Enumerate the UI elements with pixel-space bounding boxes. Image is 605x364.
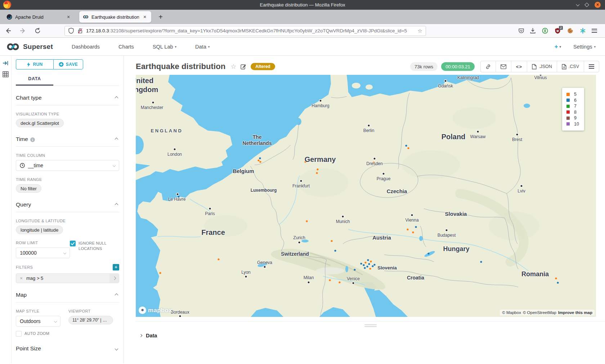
firefox-logo-icon — [3, 1, 11, 9]
altered-badge[interactable]: Altered — [251, 63, 275, 70]
row-limit-select[interactable]: 100000 — [16, 247, 70, 258]
earthquake-point — [339, 281, 340, 283]
section-header-map[interactable]: Map — [16, 292, 119, 302]
browser-tab-superset[interactable]: Earthquake distribution × — [79, 11, 151, 23]
nav-item-data[interactable]: Data▾ — [195, 44, 210, 50]
run-button[interactable]: RUN — [16, 59, 53, 69]
earthquake-point — [316, 172, 318, 174]
attribution-mapbox-link[interactable]: © Mapbox — [502, 310, 521, 315]
browser-tab-druid[interactable]: Apache Druid × — [3, 11, 75, 23]
mapbox-logo[interactable]: ✹ mapbox — [139, 306, 172, 314]
pocket-icon[interactable] — [518, 28, 524, 34]
chevron-down-icon: ▾ — [208, 45, 210, 49]
lonlat-label: LONGITUDE & LATITUDE — [16, 219, 119, 223]
viewport-value[interactable]: 11° 28' 29.70" | 50... — [68, 316, 113, 324]
url-text: 172.18.0.3:32108/superset/explore/?form_… — [86, 28, 416, 33]
download-icon[interactable] — [530, 28, 536, 34]
cookie-extension-icon[interactable] — [566, 27, 574, 35]
extension-green-icon[interactable] — [541, 27, 548, 35]
earthquake-point — [306, 220, 308, 222]
edit-icon[interactable] — [241, 64, 246, 69]
embed-code-button[interactable]: <> — [511, 61, 527, 72]
checkbox-checked-icon[interactable] — [70, 241, 76, 246]
add-filter-button[interactable]: + — [113, 264, 119, 270]
viz-type-value[interactable]: deck.gl Scatterplot — [16, 119, 64, 127]
data-panel-toggle[interactable]: Data — [136, 333, 605, 338]
info-icon: i — [30, 137, 35, 142]
checkbox-unchecked-icon[interactable] — [16, 331, 22, 337]
row-count-badge: 73k rows — [410, 62, 438, 71]
reload-icon[interactable] — [35, 28, 41, 34]
tab-close-icon[interactable]: × — [142, 14, 148, 20]
lock-insecure-icon[interactable] — [77, 28, 83, 34]
tab-close-icon[interactable]: × — [66, 14, 71, 20]
remove-filter-icon[interactable]: × — [16, 276, 26, 281]
earthquake-point — [427, 252, 429, 254]
window-minimize-icon[interactable] — [576, 3, 580, 6]
section-header-time[interactable]: Timei — [16, 136, 119, 147]
shield-icon[interactable] — [68, 28, 74, 34]
copy-link-button[interactable] — [481, 61, 496, 72]
section-header-query[interactable]: Query — [16, 201, 119, 212]
chevron-up-icon — [115, 96, 118, 100]
window-close-icon[interactable]: × — [595, 2, 601, 8]
legend-item[interactable]: 6 — [566, 97, 579, 104]
earthquake-point — [415, 226, 417, 228]
map-attribution: © Mapbox © OpenStreetMap Improve this ma… — [500, 310, 595, 315]
auto-zoom-checkbox[interactable]: AUTO ZOOM — [16, 331, 60, 337]
legend-label: 8 — [574, 110, 577, 115]
legend-item[interactable]: 9 — [566, 115, 579, 121]
improve-map-link[interactable]: Improve this map — [558, 310, 592, 315]
extension-shield-icon[interactable]: 2 — [554, 27, 561, 35]
bookmark-star-icon[interactable]: ☆ — [418, 28, 422, 34]
mapbox-circle-icon: ✹ — [139, 306, 146, 314]
export-json-button[interactable]: .JSON — [527, 61, 557, 72]
expand-filter-icon[interactable] — [109, 274, 119, 283]
legend-item[interactable]: 7 — [566, 103, 579, 109]
legend-swatch — [566, 122, 570, 126]
favorite-star-icon[interactable]: ☆ — [230, 63, 236, 70]
chart-menu-button[interactable] — [584, 61, 599, 72]
legend-item[interactable]: 5 — [566, 91, 579, 97]
legend-item[interactable]: 10 — [566, 121, 579, 127]
asterisk-extension-icon[interactable] — [579, 27, 586, 35]
browser-menu-icon[interactable] — [592, 29, 597, 33]
map-style-label: MAP STYLE — [16, 309, 60, 313]
time-range-value[interactable]: No filter — [16, 184, 41, 193]
legend-swatch — [566, 99, 570, 102]
section-header-point-size[interactable]: Point Size — [16, 345, 119, 356]
dataset-grid-icon[interactable] — [3, 71, 9, 77]
filter-chip[interactable]: × mag > 5 — [16, 273, 119, 283]
new-tab-button[interactable]: + — [156, 13, 165, 21]
nav-item-sql-lab[interactable]: SQL Lab▾ — [153, 44, 176, 50]
time-column-select[interactable]: __time — [16, 160, 119, 171]
superset-logo[interactable]: Superset — [6, 42, 53, 51]
earthquake-point — [317, 168, 318, 170]
nav-item-dashboards[interactable]: Dashboards — [72, 44, 100, 50]
pane-drag-handle[interactable] — [364, 324, 377, 327]
earthquake-point — [368, 263, 370, 265]
back-icon[interactable] — [5, 28, 11, 34]
attribution-osm-link[interactable]: © OpenStreetMap — [523, 310, 556, 315]
url-bar[interactable]: 172.18.0.3:32108/superset/explore/?form_… — [64, 26, 426, 36]
legend-item[interactable]: 8 — [566, 109, 579, 115]
tab-data[interactable]: DATA — [16, 76, 53, 86]
lonlat-value[interactable]: longitude | latitude — [16, 226, 63, 234]
left-icon-rail — [0, 56, 12, 363]
map-canvas[interactable]: UnitedKingdomFranceGermanyPolandHungaryR… — [136, 75, 596, 317]
filter-value: mag > 5 — [26, 276, 109, 281]
nav-item-charts[interactable]: Charts — [118, 44, 134, 50]
chevron-down-icon — [115, 347, 118, 350]
window-maximize-icon[interactable] — [584, 3, 589, 7]
forward-icon[interactable] — [20, 28, 26, 34]
expand-panel-icon[interactable] — [3, 60, 9, 66]
file-icon — [532, 64, 537, 69]
add-new-button[interactable]: +▾ — [555, 43, 561, 50]
settings-menu[interactable]: Settings▾ — [573, 44, 596, 50]
export-csv-button[interactable]: .CSV — [557, 61, 584, 72]
ignore-null-checkbox[interactable]: IGNORE NULL LOCATIONS — [70, 241, 119, 251]
save-button[interactable]: SAVE — [53, 59, 83, 69]
email-button[interactable] — [496, 61, 511, 72]
section-header-chart-type[interactable]: Chart type — [16, 95, 119, 105]
map-style-select[interactable]: Outdoors — [16, 316, 60, 327]
